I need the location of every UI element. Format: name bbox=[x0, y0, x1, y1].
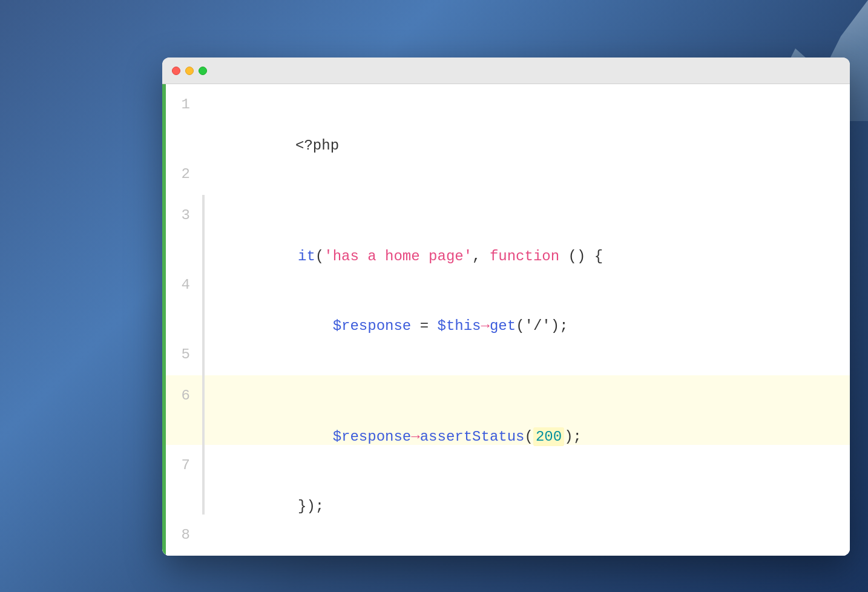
var-response-6: $response bbox=[298, 429, 411, 445]
method-assert-status: assertStatus bbox=[420, 429, 525, 445]
editor-window: 1 <?php 2 3 it('has a home page', functi… bbox=[162, 58, 850, 556]
close-button[interactable] bbox=[172, 67, 180, 75]
keyword-function: function bbox=[490, 248, 559, 265]
arrow-6: → bbox=[411, 429, 419, 445]
code-line-1: 1 <?php bbox=[166, 84, 850, 154]
line-number-5: 5 bbox=[166, 334, 202, 375]
line-indicator-5 bbox=[202, 334, 205, 375]
arrow-4: → bbox=[481, 318, 490, 334]
line-number-4: 4 bbox=[166, 265, 202, 306]
paren-open-6: ( bbox=[525, 429, 533, 445]
get-arg: ('/'); bbox=[516, 318, 568, 334]
code-line-7: 7 }); bbox=[166, 445, 850, 515]
line-number-7: 7 bbox=[166, 445, 202, 486]
editor-body: 1 <?php 2 3 it('has a home page', functi… bbox=[162, 84, 850, 556]
code-line-3: 3 it('has a home page', function () { bbox=[166, 195, 850, 265]
code-line-2: 2 bbox=[166, 154, 850, 195]
method-get: get bbox=[490, 318, 516, 334]
line-number-8: 8 bbox=[166, 515, 202, 556]
string-home-page: 'has a home page' bbox=[324, 248, 472, 265]
it-function: it bbox=[298, 248, 315, 265]
paren-open-3: ( bbox=[315, 248, 324, 265]
maximize-button[interactable] bbox=[199, 67, 207, 75]
code-line-5: 5 bbox=[166, 334, 850, 375]
line-number-1: 1 bbox=[166, 84, 202, 125]
line-number-6: 6 bbox=[166, 375, 202, 416]
paren-close-6: ); bbox=[564, 429, 582, 445]
line-number-3: 3 bbox=[166, 195, 202, 236]
titlebar bbox=[162, 58, 850, 84]
code-line-6: 6 $response→assertStatus(200); bbox=[166, 375, 850, 445]
code-editor[interactable]: 1 <?php 2 3 it('has a home page', functi… bbox=[166, 84, 850, 556]
comma-3: , bbox=[472, 248, 490, 265]
minimize-button[interactable] bbox=[185, 67, 194, 75]
number-200: 200 bbox=[533, 427, 564, 446]
php-open-tag: <?php bbox=[295, 137, 339, 154]
equals-4: = bbox=[411, 318, 437, 334]
fn-params: () { bbox=[559, 248, 603, 265]
traffic-lights bbox=[172, 67, 207, 75]
var-response-4: $response bbox=[298, 318, 411, 334]
line-number-2: 2 bbox=[166, 154, 202, 195]
var-this: $this bbox=[437, 318, 481, 334]
code-line-4: 4 $response = $this→get('/'); bbox=[166, 265, 850, 334]
code-line-8: 8 bbox=[166, 515, 850, 556]
closing-braces: }); bbox=[298, 498, 324, 515]
